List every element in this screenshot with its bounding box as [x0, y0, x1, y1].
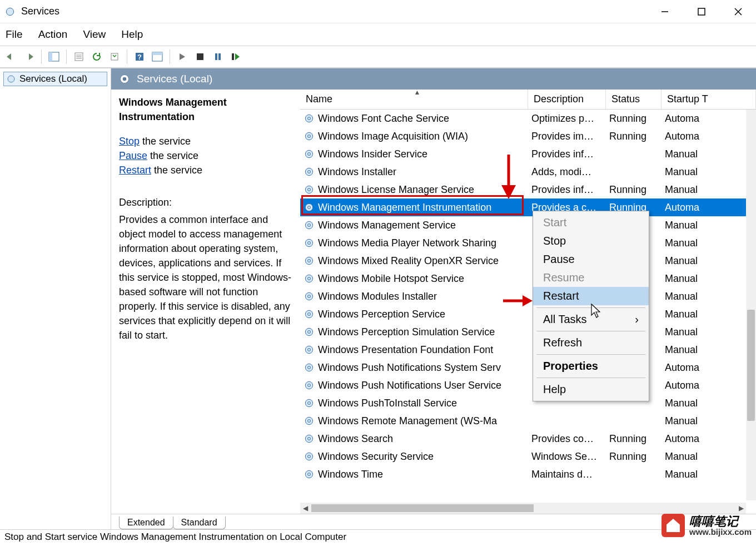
service-row[interactable]: Windows InstallerAdds, modi…Manual — [300, 163, 756, 181]
pause-service-button[interactable] — [210, 49, 226, 64]
stop-service-button[interactable] — [192, 49, 208, 64]
refresh-button[interactable] — [89, 49, 105, 64]
service-name: Windows Font Cache Service — [318, 113, 449, 125]
context-refresh[interactable]: Refresh — [533, 334, 649, 352]
service-row[interactable]: Windows PushToInstall ServiceManual — [300, 394, 756, 412]
service-row[interactable]: Windows Media Player Network SharingManu… — [300, 234, 756, 252]
status-bar: Stop and Start service Windows Managemen… — [0, 529, 756, 545]
service-startup: Manual — [662, 220, 756, 231]
tab-extended[interactable]: Extended — [119, 517, 173, 529]
tab-standard[interactable]: Standard — [173, 517, 226, 529]
gear-icon — [304, 469, 315, 480]
help-button[interactable]: ? — [132, 49, 147, 64]
restart-link[interactable]: Restart — [119, 165, 151, 176]
service-row[interactable]: Windows Presentation Foundation FontManu… — [300, 341, 756, 359]
context-menu: Start Stop Pause Resume Restart All Task… — [533, 211, 649, 401]
service-row[interactable]: Windows Modules InstallerManual — [300, 287, 756, 305]
tree-item-services-local[interactable]: Services (Local) — [3, 72, 107, 86]
maximize-button[interactable] — [695, 5, 708, 18]
gear-icon — [304, 362, 315, 373]
service-startup: Manual — [662, 415, 756, 427]
service-name: Windows Search — [318, 433, 393, 445]
menu-action[interactable]: Action — [38, 28, 68, 41]
service-name: Windows PushToInstall Service — [318, 398, 457, 409]
service-row[interactable]: Windows Security ServiceWindows Se…Runni… — [300, 448, 756, 465]
horizontal-scrollbar[interactable]: ◀▶ — [300, 503, 746, 514]
gear-icon — [304, 131, 315, 142]
gear-icon — [304, 113, 315, 124]
content-header: Services (Local) — [111, 68, 756, 90]
service-startup: Manual — [662, 309, 756, 320]
svg-point-54 — [308, 384, 311, 387]
detail-panel: Windows Management Instrumentation Stop … — [111, 90, 300, 514]
vertical-scrollbar[interactable] — [746, 110, 756, 500]
gear-icon — [304, 380, 315, 391]
start-service-button[interactable] — [175, 49, 190, 64]
service-name: Windows Presentation Foundation Font — [318, 344, 493, 356]
close-button[interactable] — [732, 5, 745, 18]
menu-file[interactable]: File — [6, 28, 23, 41]
properties-button[interactable] — [71, 49, 87, 64]
minimize-button[interactable] — [658, 5, 672, 18]
svg-point-42 — [308, 277, 311, 280]
menu-view[interactable]: View — [83, 28, 106, 41]
service-row[interactable]: Windows License Manager ServiceProvides … — [300, 181, 756, 198]
watermark-url: www.bijixx.com — [689, 528, 752, 536]
service-status: Running — [606, 433, 662, 445]
service-startup: Automa — [662, 362, 756, 374]
column-startup[interactable]: Startup T — [662, 90, 756, 109]
service-name: Windows Mobile Hotspot Service — [318, 273, 464, 285]
service-row[interactable]: Windows Perception ServiceManual — [300, 305, 756, 323]
context-properties[interactable]: Properties — [533, 357, 649, 375]
service-row[interactable]: Windows Image Acquisition (WIA)Provides … — [300, 127, 756, 145]
context-stop[interactable]: Stop — [533, 232, 649, 250]
service-name: Windows Media Player Network Sharing — [318, 237, 496, 249]
service-row[interactable]: Windows Mixed Reality OpenXR ServiceManu… — [300, 252, 756, 270]
gear-icon — [304, 148, 315, 160]
service-startup: Manual — [662, 255, 756, 267]
service-row[interactable]: Windows Push Notifications User ServiceA… — [300, 376, 756, 394]
context-help[interactable]: Help — [533, 380, 649, 399]
service-name: Windows Security Service — [318, 451, 434, 463]
service-name: Windows Management Instrumentation — [318, 202, 491, 214]
gear-icon — [304, 309, 315, 320]
menu-help[interactable]: Help — [121, 28, 143, 41]
service-row[interactable]: Windows TimeMaintains d…Manual — [300, 465, 756, 483]
service-row[interactable]: Windows SearchProvides co…RunningAutoma — [300, 430, 756, 448]
context-pause[interactable]: Pause — [533, 250, 649, 269]
svg-point-34 — [308, 206, 311, 209]
column-status[interactable]: Status — [606, 90, 662, 109]
pause-link[interactable]: Pause — [119, 150, 147, 161]
service-row[interactable]: Windows Push Notifications System ServAu… — [300, 359, 756, 376]
show-hide-tree-button[interactable] — [46, 49, 62, 64]
service-row[interactable]: Windows Perception Simulation ServiceMan… — [300, 323, 756, 341]
service-row[interactable]: Windows Insider ServiceProvides inf…Manu… — [300, 145, 756, 163]
service-row[interactable]: Windows Font Cache ServiceOptimizes p…Ru… — [300, 110, 756, 127]
svg-rect-15 — [152, 52, 162, 55]
toolbar-icon[interactable] — [150, 49, 165, 64]
services-icon — [4, 6, 16, 17]
context-restart[interactable]: Restart — [533, 287, 649, 305]
svg-text:?: ? — [137, 53, 142, 61]
service-name: Windows Push Notifications System Serv — [318, 362, 501, 374]
restart-service-button[interactable] — [228, 49, 243, 64]
gear-icon — [304, 166, 315, 177]
svg-point-20 — [8, 76, 14, 82]
gear-icon — [304, 326, 315, 337]
column-description[interactable]: Description — [528, 90, 606, 109]
context-all-tasks[interactable]: All Tasks› — [533, 310, 649, 329]
svg-point-62 — [308, 455, 311, 458]
export-button[interactable] — [107, 49, 122, 64]
forward-button[interactable] — [21, 49, 37, 64]
service-row[interactable]: Windows Remote Management (WS-MaManual — [300, 412, 756, 430]
stop-link[interactable]: Stop — [119, 136, 140, 147]
svg-point-0 — [6, 8, 13, 15]
column-name[interactable]: Name▲ — [300, 90, 528, 109]
view-tabs: Extended Standard — [111, 514, 756, 529]
service-name: Windows Push Notifications User Service — [318, 380, 501, 391]
back-button[interactable] — [3, 49, 19, 64]
gear-icon — [304, 415, 315, 426]
service-row[interactable]: Windows Mobile Hotspot ServiceManual — [300, 270, 756, 287]
service-row[interactable]: Windows Management InstrumentationProvid… — [300, 198, 756, 216]
service-row[interactable]: Windows Management ServiceManual — [300, 216, 756, 234]
